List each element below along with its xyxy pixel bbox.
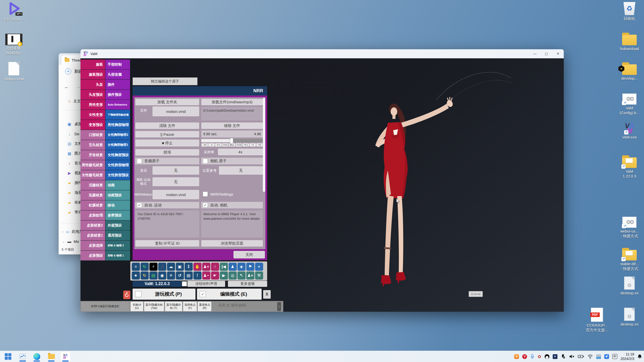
target-icon[interactable]: ◎ (229, 272, 237, 280)
auto-camera-checkbox-row[interactable]: ✓ 自动. 相机 (201, 202, 263, 208)
hand-icon[interactable]: ✋ (193, 263, 202, 271)
sidebar-button[interactable]: 女性胯部物理 (105, 160, 130, 170)
auto-motion-checkbox-row[interactable]: ✓ 自动. 运动 (135, 202, 199, 208)
sidebar-button[interactable]: 口部材质 (80, 130, 105, 140)
ime-zhong-indicator[interactable]: 中 (612, 354, 617, 359)
flower-app-icon[interactable]: ✿ (538, 354, 541, 359)
position-ref-button[interactable]: 无 (219, 166, 263, 175)
load-scene-icon[interactable]: ↻ (141, 263, 149, 271)
title-bar[interactable]: VΛM VaM — ▢ ✕ (80, 49, 564, 58)
remove-person-icon[interactable]: ♟− (202, 272, 210, 280)
minimize-button[interactable]: — (529, 49, 541, 58)
sidebar-button[interactable]: 虹膜材质 (80, 200, 105, 210)
load-look-icon[interactable]: ↻ (141, 272, 149, 280)
sidebar-button[interactable]: 下颚物理和触发器 (105, 110, 130, 120)
ime-panel-icon[interactable] (596, 354, 601, 359)
plugin-folder-icon[interactable]: ▤ (149, 272, 157, 280)
add-person-icon[interactable]: ♟+ (202, 263, 210, 271)
freeze-motion-button[interactable]: 冻结动作/声音 (187, 281, 225, 287)
import-tray-icon[interactable]: ↧ (185, 263, 193, 271)
desktop-icon-ev-video[interactable]: MP4 EV~2024.... (0, 2, 28, 22)
panel-scrollbar[interactable] (263, 98, 265, 192)
notification-bell-icon[interactable] (637, 354, 642, 359)
wifi-icon[interactable] (587, 354, 593, 359)
checkbox[interactable] (137, 159, 142, 164)
sidebar-button[interactable]: 皮肤材质1 (80, 231, 105, 240)
pause-button[interactable]: || Pause (135, 131, 199, 138)
checkbox[interactable] (135, 291, 141, 297)
qq-icon[interactable] (545, 354, 549, 359)
plus-icon[interactable]: + (255, 263, 263, 271)
edit-mode-toggle[interactable]: ✓ 编辑模式 (E) (197, 289, 262, 300)
start-button[interactable] (3, 351, 13, 361)
hotkey-button[interactable]: 重设焦点 (R) (198, 302, 211, 311)
taskbar-task-manager[interactable] (18, 351, 28, 361)
v-app-icon[interactable]: V (522, 354, 527, 359)
step-button[interactable]: +10 (256, 143, 263, 147)
tools-icon[interactable]: ⚒ (255, 272, 263, 280)
desktop-icon-vam-exe[interactable]: VΛM ↗ VaM.exe (616, 124, 643, 140)
error-icon[interactable]: ! (193, 272, 202, 280)
browse-help-button[interactable]: 浏览帮助页面 (201, 240, 263, 247)
sidebar-button[interactable]: 变形预设 (80, 120, 105, 130)
desktop-icon-qq-recording[interactable]: ▶ QQ录屏 2024020... (0, 34, 28, 56)
nrr-settings-checkbox-row[interactable]: NRR/Settings (201, 190, 263, 198)
grab-hand-icon[interactable]: ☛ (211, 272, 219, 280)
package-icon[interactable]: ▣ (176, 263, 184, 271)
sidebar-button[interactable]: 动画 (105, 180, 130, 190)
sidebar-button[interactable]: 皮肤材质2 (80, 220, 105, 230)
file-select-button[interactable]: motion.vmd (152, 106, 199, 116)
acid-plugin-icon[interactable]: ⚡ (149, 263, 157, 271)
desktop-icon-pdf[interactable]: PDF CCRA3UP... 官方中文游... (583, 308, 611, 333)
sidebar-button[interactable]: 男性睫毛材质 (80, 160, 105, 170)
camera-motion-button[interactable]: 无 (152, 177, 199, 186)
camera-icon[interactable]: ◉ (158, 272, 166, 280)
sidebar-button[interactable]: 服装预设 (80, 70, 105, 79)
sidebar-button[interactable]: 女性睫毛材质 (80, 170, 105, 180)
sidebar-button[interactable]: 舌头材质 (80, 140, 105, 150)
desktop-icon-vam-config[interactable]: ⚙⚙↗ VaM (Config).b... (616, 94, 643, 115)
back-button[interactable]: ← (64, 84, 69, 90)
sidebar-button[interactable]: 泪腺材质 (80, 180, 105, 190)
hotkey-button[interactable]: 选择焦点 (F) (183, 302, 197, 311)
play-mode-toggle[interactable]: 游玩模式 (P) (133, 289, 195, 300)
sidebar-button[interactable]: 头发 (80, 80, 105, 89)
sidebar-button[interactable]: 头部音频 (105, 70, 130, 79)
desktop-icon-vam-folder[interactable]: ↗ VaM 1.22.0.3 (616, 155, 643, 179)
freeze-checkbox[interactable] (182, 281, 187, 286)
sidebar-button[interactable]: 女性胸部物理1 (105, 140, 130, 150)
step-button[interactable]: +1 (250, 143, 256, 147)
sidebar-button[interactable]: 动画预设 (105, 190, 130, 200)
sidebar-button[interactable]: 牙齿材质 (80, 150, 105, 160)
this-pc-item[interactable]: › ▭ 此电脑 (62, 229, 83, 234)
person-icon[interactable]: ♟ (229, 263, 237, 271)
battery-charging-icon[interactable] (578, 354, 584, 358)
desktop-icon-desktop-ini-1[interactable]: ⚙ desktop.ini (616, 277, 643, 296)
checkbox[interactable] (203, 192, 208, 197)
taskbar-edge[interactable] (32, 351, 42, 361)
hotkey-button[interactable]: 显示/隐藏目 标 (T) (165, 302, 182, 311)
more-dots-icon[interactable]: ⋮ (277, 302, 281, 311)
add-person-small-icon[interactable]: ♟+ (246, 272, 254, 280)
clear-file-button[interactable]: 清除 文件 (135, 122, 199, 129)
desktop-icon-stable-diffusion[interactable]: ↗ stable-dif... - 快捷方式 (616, 247, 643, 271)
sample-rate-button[interactable]: 4x (218, 149, 263, 155)
sidebar-button[interactable]: 女性胸部物理2 (105, 130, 130, 140)
nrr-motion-button[interactable]: motion.vmd (152, 190, 199, 199)
taskbar-file-explorer[interactable] (46, 351, 56, 361)
microphone-icon[interactable] (530, 354, 534, 359)
checkbox[interactable]: ✓ (200, 291, 206, 297)
step-button[interactable]: +0.1 (243, 143, 249, 147)
desktop-icon-webui[interactable]: ⚙⚙↗ webui-us... - 快捷方式 (616, 217, 643, 239)
hotkey-button[interactable]: 显示/隐藏光标 (Tab) (144, 302, 164, 311)
volume-muted-icon[interactable] (569, 354, 575, 359)
bird-app-icon[interactable] (604, 354, 609, 359)
sidebar-button[interactable]: 移动 (105, 200, 130, 210)
sidebar-button[interactable]: 头发预设 (80, 90, 105, 100)
desktop-icon-fsdownload[interactable]: fsdownload (616, 32, 643, 51)
more-options-button[interactable]: 更多选项 (228, 281, 267, 287)
remove-file-button[interactable]: 移除 文件 (201, 122, 263, 129)
desktop-icon-develop[interactable]: ✦ develop... (616, 62, 643, 81)
new-button[interactable]: + 新建 (65, 68, 82, 74)
sidebar-button[interactable]: 男性胸部物理 (105, 120, 130, 130)
